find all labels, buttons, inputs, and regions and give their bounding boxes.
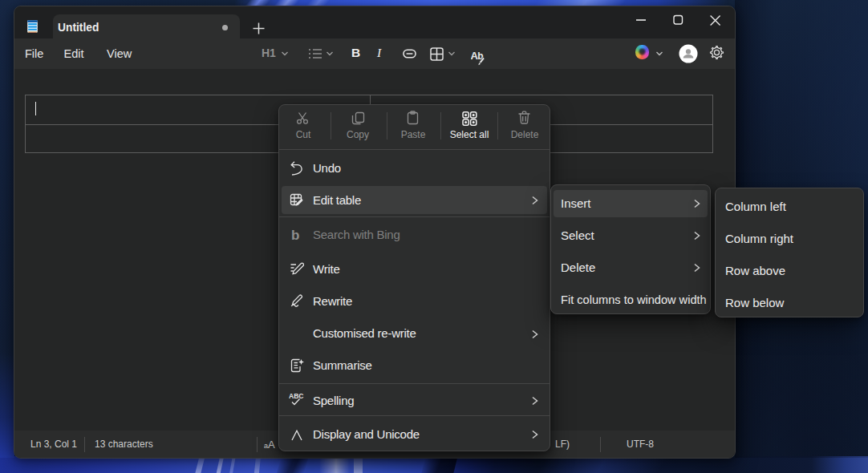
svg-text:ABC: ABC <box>289 392 303 400</box>
